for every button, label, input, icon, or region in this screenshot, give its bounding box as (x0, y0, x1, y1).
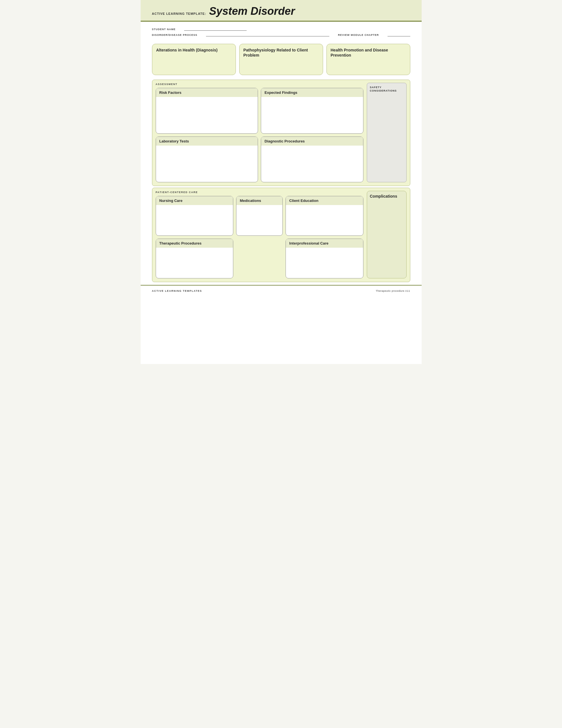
pathophysiology-box: Pathophysiology Related to Client Proble… (239, 44, 323, 75)
assessment-section: ASSESSMENT Risk Factors Expected Finding… (152, 80, 410, 186)
empty-col (236, 239, 283, 278)
page: ACTIVE LEARNING TEMPLATE: System Disorde… (141, 0, 422, 364)
laboratory-tests-title: Laboratory Tests (156, 137, 258, 146)
laboratory-tests-box: Laboratory Tests (156, 137, 258, 182)
medications-title: Medications (237, 196, 282, 205)
safety-sidebar: SAFETY CONSIDERATIONS (367, 83, 406, 182)
health-promotion-box: Health Promotion and Disease Prevention (326, 44, 410, 75)
footer-right: Therapeutic procedure A11 (376, 289, 410, 292)
student-name-row: STUDENT NAME (152, 27, 410, 31)
diagnostic-procedures-content[interactable] (265, 148, 360, 179)
safety-box: SAFETY CONSIDERATIONS (367, 83, 406, 182)
client-education-title: Client Education (286, 196, 363, 205)
disorder-row: DISORDER/DISEASE PROCESS REVIEW MODULE C… (152, 32, 410, 36)
pcc-top-row: Nursing Care Medications Client Educatio… (156, 196, 363, 236)
student-name-label: STUDENT NAME (152, 28, 176, 31)
risk-factors-box: Risk Factors (156, 88, 258, 134)
safety-title: SAFETY CONSIDERATIONS (370, 86, 403, 92)
nursing-care-title: Nursing Care (156, 196, 233, 205)
top-section: Alterations in Health (Diagnosis) Pathop… (141, 41, 422, 78)
client-education-box: Client Education (285, 196, 363, 236)
expected-findings-content[interactable] (265, 99, 360, 131)
assessment-main: ASSESSMENT Risk Factors Expected Finding… (156, 83, 363, 182)
therapeutic-procedures-title: Therapeutic Procedures (156, 239, 233, 248)
risk-factors-title: Risk Factors (156, 88, 258, 97)
complications-sidebar: Complications (367, 191, 406, 278)
pcc-bottom-row: Therapeutic Procedures Interprofessional… (156, 239, 363, 278)
disorder-input[interactable] (206, 32, 329, 36)
page-title: System Disorder (209, 5, 295, 17)
student-name-input[interactable] (184, 27, 247, 31)
footer-left: ACTIVE LEARNING TEMPLATES (152, 289, 202, 292)
complications-title: Complications (370, 194, 403, 198)
footer: ACTIVE LEARNING TEMPLATES Therapeutic pr… (141, 285, 422, 296)
laboratory-tests-content[interactable] (159, 148, 255, 179)
nursing-care-box: Nursing Care (156, 196, 233, 236)
alterations-title: Alterations in Health (Diagnosis) (156, 47, 232, 53)
health-promotion-title: Health Promotion and Disease Prevention (331, 47, 406, 58)
diagnostic-procedures-box: Diagnostic Procedures (261, 137, 363, 182)
header: ACTIVE LEARNING TEMPLATE: System Disorde… (141, 0, 422, 22)
disorder-label: DISORDER/DISEASE PROCESS (152, 34, 198, 36)
alterations-box: Alterations in Health (Diagnosis) (152, 44, 236, 75)
template-label: ACTIVE LEARNING TEMPLATE: (152, 12, 206, 15)
review-module-label: REVIEW MODULE CHAPTER (338, 34, 379, 36)
risk-factors-content[interactable] (159, 99, 255, 131)
pathophysiology-title: Pathophysiology Related to Client Proble… (244, 47, 319, 58)
expected-findings-box: Expected Findings (261, 88, 363, 134)
expected-findings-title: Expected Findings (261, 88, 363, 97)
assessment-label: ASSESSMENT (156, 83, 363, 86)
pcc-label: PATIENT-CENTERED CARE (156, 191, 363, 194)
pcc-section: PATIENT-CENTERED CARE Nursing Care Medic… (152, 188, 410, 282)
interprofessional-care-box: Interprofessional Care (285, 239, 363, 278)
interprofessional-care-title: Interprofessional Care (286, 239, 363, 248)
complications-box: Complications (367, 191, 406, 278)
medications-box: Medications (236, 196, 283, 236)
diagnostic-procedures-title: Diagnostic Procedures (261, 137, 363, 146)
therapeutic-procedures-box: Therapeutic Procedures (156, 239, 233, 278)
assessment-grid: Risk Factors Expected Findings Laborator… (156, 88, 363, 182)
pcc-main: PATIENT-CENTERED CARE Nursing Care Medic… (156, 191, 363, 278)
form-fields: STUDENT NAME DISORDER/DISEASE PROCESS RE… (141, 22, 422, 41)
review-module-input[interactable] (387, 32, 410, 36)
